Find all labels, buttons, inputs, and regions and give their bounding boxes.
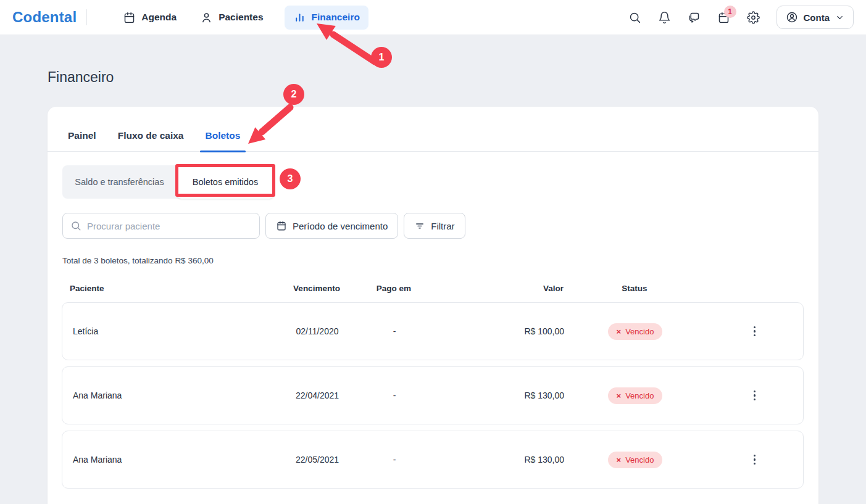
account-icon xyxy=(786,11,798,23)
table-row: Ana Mariana 22/05/2021 - R$ 130,00 Venci… xyxy=(62,431,804,489)
cell-valor: R$ 130,00 xyxy=(524,390,564,400)
search-icon[interactable] xyxy=(628,11,641,24)
financeiro-card: Painel Fluxo de caixa Boletos Saldo e tr… xyxy=(48,107,818,504)
filter-icon xyxy=(414,220,425,231)
x-icon xyxy=(617,391,622,400)
cell-paciente: Ana Mariana xyxy=(62,390,280,400)
calendar-icon xyxy=(123,11,136,24)
page-title: Financeiro xyxy=(48,69,114,86)
step-badge-2: 2 xyxy=(283,84,304,105)
table-header: Paciente Vencimento Pago em Valor Status xyxy=(62,284,804,293)
step-badge-3: 3 xyxy=(280,168,301,189)
cell-pago-em: - xyxy=(393,455,396,465)
tab-boletos[interactable]: Boletos xyxy=(200,130,246,151)
calendar-notifications-icon[interactable]: 1 xyxy=(717,11,730,24)
cell-valor: R$ 130,00 xyxy=(524,455,564,465)
gear-icon[interactable] xyxy=(747,11,760,24)
cell-vencimento: 02/11/2020 xyxy=(296,326,338,336)
status-badge-vencido: Vencido xyxy=(608,452,663,468)
nav-label-pacientes: Pacientes xyxy=(219,12,263,23)
search-icon xyxy=(70,220,81,231)
account-label: Conta xyxy=(804,12,830,23)
top-navigation-bar: Codental Agenda Pacientes Financeiro xyxy=(0,0,866,35)
status-cell: Vencido xyxy=(608,387,663,404)
nav-item-pacientes[interactable]: Pacientes xyxy=(198,6,265,30)
column-header-paciente: Paciente xyxy=(62,284,280,293)
tab-fluxo-de-caixa[interactable]: Fluxo de caixa xyxy=(112,130,189,151)
notification-badge: 1 xyxy=(724,6,736,18)
step-badge-1: 1 xyxy=(371,47,392,68)
table-row: Ana Mariana 22/04/2021 - R$ 130,00 Venci… xyxy=(62,366,804,424)
row-actions-kebab-menu[interactable] xyxy=(750,451,760,469)
subtab-saldo-transferencias[interactable]: Saldo e transferências xyxy=(62,165,177,199)
tab-bar: Painel Fluxo de caixa Boletos xyxy=(48,107,818,152)
column-header-pago-em: Pago em xyxy=(377,284,411,293)
column-header-valor: Valor xyxy=(543,284,564,293)
totals-summary: Total de 3 boletos, totalizando R$ 360,0… xyxy=(62,256,818,265)
bar-chart-icon xyxy=(293,11,306,24)
cell-paciente: Ana Mariana xyxy=(62,455,280,465)
period-vencimento-button[interactable]: Período de vencimento xyxy=(265,213,398,239)
nav-item-financeiro[interactable]: Financeiro xyxy=(285,6,368,30)
bell-icon[interactable] xyxy=(658,11,671,24)
cell-valor: R$ 100,00 xyxy=(524,326,564,336)
status-cell: Vencido xyxy=(608,452,663,468)
period-button-label: Período de vencimento xyxy=(293,221,388,231)
cell-pago-em: - xyxy=(393,326,396,336)
main-nav: Agenda Pacientes Financeiro xyxy=(120,6,368,30)
chevron-down-icon xyxy=(835,13,844,22)
app-viewport: Codental Agenda Pacientes Financeiro xyxy=(0,0,866,504)
filter-button[interactable]: Filtrar xyxy=(404,213,465,239)
cell-vencimento: 22/04/2021 xyxy=(296,390,339,400)
nav-label-agenda: Agenda xyxy=(141,12,177,23)
nav-label-financeiro: Financeiro xyxy=(312,12,360,23)
status-badge-vencido: Vencido xyxy=(608,387,663,404)
tab-painel[interactable]: Painel xyxy=(62,130,102,151)
column-header-status: Status xyxy=(622,284,647,293)
cell-vencimento: 22/05/2021 xyxy=(296,455,339,465)
brand-logo: Codental xyxy=(12,9,77,26)
table-row: Letícia 02/11/2020 - R$ 100,00 Vencido xyxy=(62,302,804,360)
search-patient-input[interactable] xyxy=(87,221,252,231)
chat-icon[interactable] xyxy=(688,11,701,24)
nav-item-agenda[interactable]: Agenda xyxy=(120,6,179,30)
x-icon xyxy=(617,455,622,465)
calendar-icon xyxy=(276,220,287,231)
account-menu-button[interactable]: Conta xyxy=(776,6,854,29)
row-actions-kebab-menu[interactable] xyxy=(750,387,760,405)
status-cell: Vencido xyxy=(608,323,663,340)
boletos-list: Letícia 02/11/2020 - R$ 100,00 Vencido A… xyxy=(62,302,804,489)
divider xyxy=(86,9,87,25)
row-actions-kebab-menu[interactable] xyxy=(750,323,760,341)
filter-button-label: Filtrar xyxy=(431,221,454,231)
column-header-vencimento: Vencimento xyxy=(293,284,340,293)
x-icon xyxy=(617,327,622,336)
annotation-highlight-box xyxy=(175,164,275,197)
topbar-actions: 1 Conta xyxy=(628,6,854,29)
filter-toolbar: Período de vencimento Filtrar xyxy=(62,213,818,239)
status-badge-vencido: Vencido xyxy=(608,323,663,340)
cell-pago-em: - xyxy=(393,390,396,400)
search-patient-box xyxy=(62,213,260,239)
user-icon xyxy=(200,11,213,24)
cell-paciente: Letícia xyxy=(62,326,280,336)
